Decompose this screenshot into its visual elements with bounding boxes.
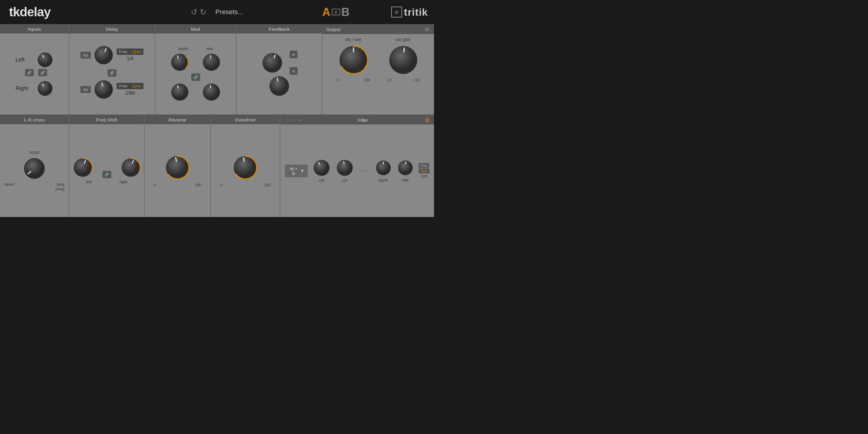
brand-text: tritik [404, 6, 428, 18]
left-mod-rate-knob[interactable] [202, 53, 221, 72]
mod-depth-label: depth [179, 46, 188, 51]
presets-button[interactable]: Presets... [216, 8, 244, 16]
overdrive-min: 0 [220, 183, 222, 187]
svg-point-4 [95, 46, 113, 64]
svg-line-33 [244, 158, 244, 161]
overdrive-body: 0 100 [211, 124, 280, 217]
right-delay-time: 1/8d [125, 90, 135, 96]
lrcross-knob[interactable] [22, 156, 46, 181]
right-delay-knob[interactable] [93, 79, 114, 100]
filter-type-btn[interactable]: hp + lp ▼ [285, 164, 308, 177]
left-feedback-knob[interactable] [261, 52, 284, 74]
overdrive-knob[interactable] [232, 154, 259, 181]
lp-group: LP [336, 158, 354, 183]
freqshift-body: 🔗 left right [69, 124, 144, 217]
reverse-panel: Reverse 0 100 [145, 116, 211, 217]
dry-wet-range: 0 100 [337, 78, 370, 82]
lfo-sync-btn[interactable]: Sync [418, 168, 430, 173]
left-tap-button[interactable]: tap [81, 52, 91, 59]
left-mod-knobs [170, 53, 221, 72]
dry-wet-knob[interactable] [337, 43, 370, 76]
lfo-rate-knob[interactable] [397, 159, 414, 177]
lrcross-sublabels: direct ping pong [3, 182, 66, 191]
right-tap-button[interactable]: tap [81, 86, 91, 93]
inputs-body: Left 🔗 🔗 Right [0, 33, 69, 115]
lrcross-panel: L-R cross 50/50 direct ping pong [0, 116, 69, 217]
svg-point-34 [314, 160, 330, 176]
left-delay-knob[interactable] [93, 44, 114, 66]
left-free-btn[interactable]: Free [117, 49, 130, 55]
mod-rate-label: rate [206, 46, 213, 51]
output-panel: Output d♭ dry / wet 0 [322, 25, 434, 115]
a-button[interactable]: A [322, 6, 330, 19]
svg-point-0 [38, 53, 52, 67]
link-row-1: 🔗 🔗 [22, 69, 47, 76]
svg-line-31 [176, 158, 176, 161]
freqshift-right-knob[interactable] [120, 157, 141, 178]
lfo-rate-group: rate [397, 159, 414, 182]
right-phase-btn[interactable]: ø [290, 67, 298, 75]
right-input-knob[interactable] [37, 80, 53, 97]
out-gain-knob[interactable] [387, 43, 420, 76]
reverse-knob[interactable] [164, 154, 191, 181]
freq-labels: left right [72, 180, 141, 184]
freqshift-link-btn[interactable]: 🔗 [102, 171, 111, 178]
filter-title: Filter [358, 118, 368, 123]
mod-panel: Mod depth rate [155, 25, 237, 115]
left-link-btn-2[interactable]: 🔗 [38, 69, 47, 76]
reverse-header: Reverse [145, 116, 210, 124]
output-body: dry / wet 0 100 out [322, 34, 434, 85]
right-mod-rate-knob[interactable] [202, 82, 221, 102]
reverse-labels: 0 100 [154, 183, 201, 187]
svg-point-16 [263, 53, 282, 72]
filter-power-btn[interactable]: ⏻ [425, 117, 430, 123]
reverse-body: 0 100 [145, 124, 210, 217]
undo-redo-group: ↺ ↻ [191, 7, 207, 17]
freqshift-left-knob[interactable] [72, 157, 93, 178]
left-link-btn-1[interactable]: 🔗 [25, 69, 34, 76]
overdrive-panel: Overdrive 0 100 [211, 116, 280, 217]
delay-header: Delay [69, 25, 155, 33]
lp-knob[interactable] [336, 158, 354, 177]
brand-icon: ⊟ [391, 7, 402, 18]
right-sync-btn[interactable]: Sync [130, 83, 144, 89]
right-input-row: Right [16, 80, 53, 97]
feedback-body: ø ø 🔗 [237, 33, 322, 115]
left-input-row: Left [16, 52, 53, 68]
brand-logo: ⊟ tritik [391, 6, 428, 18]
delay-link-btn[interactable]: 🔗 [107, 69, 116, 76]
overdrive-header: Overdrive [211, 116, 280, 124]
hp-knob[interactable] [312, 158, 331, 177]
lfo-depth-knob[interactable] [375, 159, 392, 177]
svg-point-10 [203, 54, 220, 70]
reverse-min: 0 [154, 183, 156, 187]
svg-point-24 [24, 158, 44, 179]
top-section: Inputs Left 🔗 🔗 [0, 24, 434, 115]
undo-button[interactable]: ↺ [191, 7, 197, 17]
svg-point-22 [390, 46, 417, 74]
filter-header: →→ ⇤ Filter ⏻ [280, 116, 434, 124]
freqshift-panel: Freq Shift 🔗 [69, 116, 145, 217]
left-free-sync: Free Sync [117, 49, 144, 55]
b-button[interactable]: B [341, 6, 350, 19]
right-feedback-knob[interactable] [268, 75, 290, 97]
svg-point-12 [172, 84, 188, 100]
right-free-btn[interactable]: Free [117, 83, 130, 89]
left-sync-btn[interactable]: Sync [130, 49, 144, 55]
left-phase-btn[interactable]: ø [290, 51, 298, 58]
reverse-max: 100 [195, 183, 201, 187]
lrcross-header: L-R cross [0, 116, 69, 124]
right-mod-depth-knob[interactable] [170, 82, 190, 102]
mod-link-btn[interactable]: 🔗 [191, 73, 200, 81]
output-icon: d♭ [425, 27, 430, 32]
left-mod-depth-knob[interactable] [170, 53, 190, 72]
svg-point-2 [38, 81, 52, 96]
left-input-knob[interactable] [37, 52, 53, 68]
route-icon-2: ⇤ [298, 118, 301, 122]
redo-button[interactable]: ↻ [200, 7, 207, 17]
header-center: ↺ ↻ Presets... [191, 7, 244, 17]
lfo-free-sync: Free Sync 1/4t [418, 163, 430, 179]
lfo-free-btn[interactable]: Free [418, 163, 429, 168]
svg-point-18 [270, 76, 289, 96]
out-gain-min: -12 [387, 78, 392, 82]
